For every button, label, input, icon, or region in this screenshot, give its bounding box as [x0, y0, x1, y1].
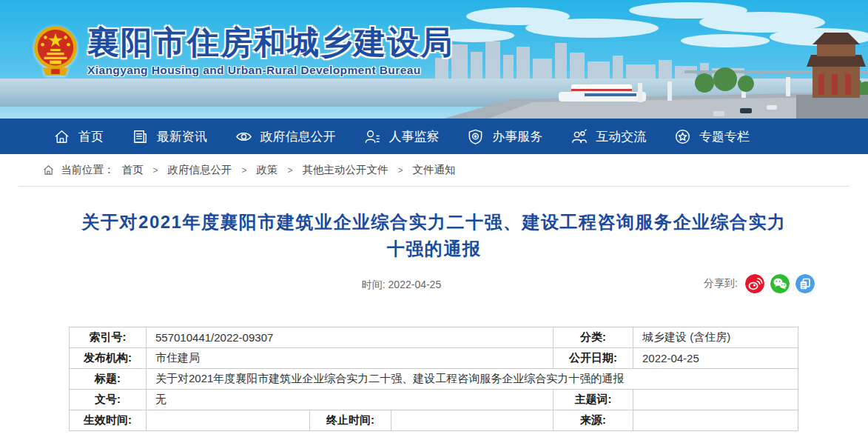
home-icon — [42, 164, 55, 176]
breadcrumb-item-other-public-docs[interactable]: 其他主动公开文件 — [303, 163, 388, 177]
site-title: 襄阳市住房和城乡建设局 — [87, 24, 454, 61]
copy-link-share-icon[interactable] — [795, 274, 815, 293]
nav-item-interaction[interactable]: 互动交流 — [571, 128, 646, 145]
time-label: 时间: — [362, 279, 386, 290]
eye-icon — [235, 128, 252, 145]
field-label-publish-date: 公开日期: — [554, 348, 633, 369]
site-subtitle-en: Xiangyang Housing and Urban-Rural Develo… — [87, 64, 454, 77]
table-row: 发布机构: 市住建局 公开日期: 2022-04-25 — [70, 348, 798, 369]
nav-item-services[interactable]: 办事服务 — [467, 128, 542, 145]
table-row: 文号: 无 主题词: — [70, 390, 798, 410]
header-banner: 襄阳市住房和城乡建设局 Xiangyang Housing and Urban-… — [0, 0, 868, 119]
field-value-publisher: 市住建局 — [147, 348, 554, 369]
document-metadata-table: 索引号: 557010441/2022-09307 分类: 城乡建设 (含住房)… — [69, 327, 798, 431]
field-label-title: 标题: — [70, 369, 147, 390]
main-nav: 首页 最新资讯 政府信息公开 人事监察 办事服务 互动交流 专题专栏 — [0, 119, 868, 154]
nav-item-gov-info-disclosure[interactable]: 政府信息公开 — [235, 128, 336, 145]
field-label-expiry-date: 终止时间: — [310, 410, 391, 431]
field-label-effective-date: 生效时间: — [70, 410, 147, 431]
nav-item-latest-news[interactable]: 最新资讯 — [132, 128, 207, 145]
breadcrumb-item-home[interactable]: 首页 — [122, 163, 144, 177]
breadcrumb-item-policy[interactable]: 政策 — [257, 163, 278, 177]
share-label: 分享到: — [704, 277, 738, 290]
breadcrumb-prefix: 当前位置： — [61, 163, 115, 177]
nav-item-special-topics[interactable]: 专题专栏 — [674, 128, 750, 145]
breadcrumb-item-doc-notice[interactable]: 文件通知 — [413, 163, 456, 177]
table-row: 索引号: 557010441/2022-09307 分类: 城乡建设 (含住房) — [70, 327, 798, 348]
table-row: 生效时间: 终止时间: 来源: — [70, 410, 798, 431]
field-value-doc-number: 无 — [147, 390, 554, 410]
field-label-keywords: 主题词: — [554, 390, 633, 410]
page: 襄阳市住房和城乡建设局 Xiangyang Housing and Urban-… — [0, 0, 868, 443]
field-label-doc-number: 文号: — [70, 390, 147, 410]
nav-item-home[interactable]: 首页 — [53, 128, 104, 145]
person-icon — [363, 128, 380, 145]
field-value-publish-date: 2022-04-25 — [633, 348, 798, 369]
table-row: 标题: 关于对2021年度襄阳市建筑业企业综合实力二十强、建设工程咨询服务企业综… — [70, 369, 798, 390]
field-value-keywords — [633, 390, 798, 410]
article-meta: 时间: 2022-04-25 分享到: — [0, 274, 868, 295]
field-value-category: 城乡建设 (含住房) — [633, 327, 798, 348]
field-value-index-number: 557010441/2022-09307 — [147, 327, 554, 348]
wechat-share-icon[interactable] — [770, 274, 790, 293]
national-emblem-logo — [33, 22, 78, 80]
field-label-index-number: 索引号: — [70, 327, 147, 348]
breadcrumb: 当前位置： 首页 > 政府信息公开 > 政策 > 其他主动公开文件 > 文件通知 — [18, 154, 850, 187]
weibo-share-icon[interactable] — [745, 274, 764, 293]
news-icon — [132, 128, 149, 145]
breadcrumb-item-gov-info[interactable]: 政府信息公开 — [168, 163, 232, 177]
field-label-publisher: 发布机构: — [70, 348, 147, 369]
time-value: 2022-04-25 — [388, 279, 442, 290]
field-value-effective-date — [147, 410, 310, 431]
field-label-source: 来源: — [554, 410, 633, 431]
star-icon — [674, 128, 691, 145]
home-icon — [53, 128, 70, 145]
page-title: 关于对2021年度襄阳市建筑业企业综合实力二十强、建设工程咨询服务企业综合实力十… — [75, 209, 793, 262]
field-value-title: 关于对2021年度襄阳市建筑业企业综合实力二十强、建设工程咨询服务企业综合实力十… — [147, 369, 798, 390]
nav-item-personnel-supervision[interactable]: 人事监察 — [363, 128, 439, 145]
field-value-expiry-date — [391, 410, 554, 431]
people-icon — [571, 128, 588, 145]
share-bar: 分享到: — [704, 274, 815, 293]
field-label-category: 分类: — [554, 327, 633, 348]
shield-icon — [467, 128, 484, 145]
site-brand: 襄阳市住房和城乡建设局 Xiangyang Housing and Urban-… — [33, 22, 454, 80]
field-value-source — [633, 410, 798, 431]
